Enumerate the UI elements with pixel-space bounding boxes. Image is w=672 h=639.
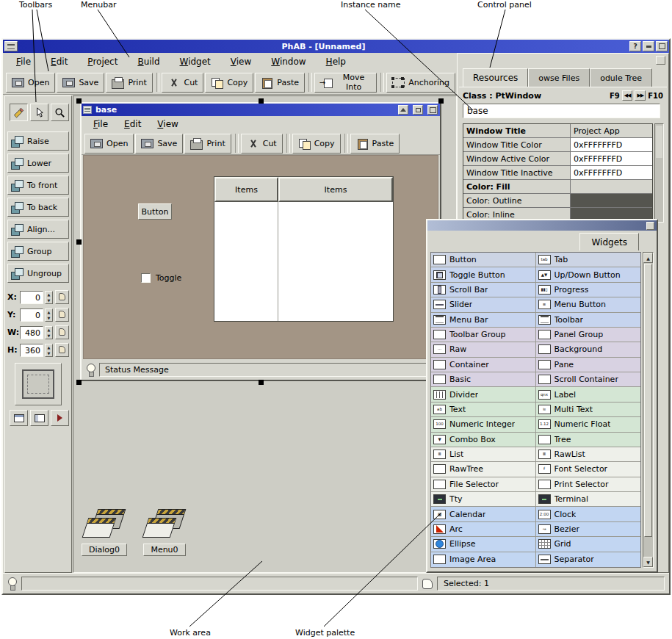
h-lock-button[interactable] [55, 343, 69, 357]
open-button[interactable]: Open [6, 73, 55, 93]
palette-titlebar[interactable] [427, 220, 657, 231]
menu-project[interactable]: Project [87, 57, 118, 67]
copy-button[interactable]: Copy [205, 73, 253, 93]
palette-item-background[interactable]: Background [536, 342, 641, 357]
scrollbar-thumb[interactable] [644, 264, 652, 537]
property-value[interactable] [571, 180, 652, 193]
list-body[interactable] [214, 202, 393, 321]
list-header-items-1[interactable]: Items [214, 177, 278, 202]
base-restore-button[interactable] [413, 105, 423, 115]
selection-handle[interactable] [438, 98, 444, 104]
group-button[interactable]: Group [7, 242, 69, 261]
module-menu0[interactable]: Menu0 [140, 508, 189, 556]
palette-item-multi-text[interactable]: ≋Multi Text [536, 402, 641, 417]
property-name[interactable]: Window Title [463, 124, 571, 137]
y-stepper[interactable]: ▲▼ [45, 308, 53, 322]
align-button[interactable]: Align... [7, 220, 69, 239]
zoom-mode-button[interactable] [51, 104, 69, 121]
selection-handle[interactable] [76, 98, 82, 104]
palette-scrollbar[interactable]: ▲ ▼ [643, 252, 654, 568]
palette-item-divider[interactable]: Divider [431, 387, 536, 402]
palette-item-numeric-float[interactable]: 1.12Numeric Float [536, 417, 641, 432]
h-stepper[interactable]: ▲▼ [45, 344, 53, 357]
help-button[interactable]: ? [629, 41, 641, 51]
cut-button[interactable]: Cut [241, 134, 283, 154]
palette-item-calendar[interactable]: ▦Calendar [431, 507, 536, 521]
selection-handle[interactable] [76, 239, 82, 245]
panel-collapse-button[interactable] [656, 56, 665, 65]
base-collapse-button[interactable] [398, 105, 408, 115]
designed-list-widget[interactable]: Items Items [214, 176, 394, 322]
palette-item-toggle-button[interactable]: Toggle Button [431, 267, 536, 282]
palette-item-font-selector[interactable]: fFont Selector [536, 462, 641, 477]
tab-resources[interactable]: Resources [463, 68, 528, 87]
palette-item-raw[interactable]: ⋯Raw [431, 342, 536, 357]
prev-widget-button[interactable]: ◀◀ [622, 90, 633, 101]
palette-item-scroll-container[interactable]: Scroll Container [536, 372, 641, 387]
property-value[interactable]: 0xFFFFFFFD [571, 166, 652, 179]
select-mode-button[interactable] [30, 104, 48, 121]
palette-item-toolbar-group[interactable]: Toolbar Group [431, 328, 536, 342]
work-area[interactable]: base FileEditView OpenSavePrintCutCopyPa… [73, 95, 457, 573]
palette-item-slider[interactable]: Slider [431, 297, 536, 312]
palette-item-rawlist[interactable]: ≣RawList [536, 447, 641, 462]
palette-item-button[interactable]: Button [431, 253, 536, 267]
property-name[interactable]: Color: Fill [463, 180, 571, 193]
palette-item-menu-button[interactable]: ≡Menu Button [536, 297, 641, 312]
lower-button[interactable]: Lower [7, 154, 69, 173]
palette-item-toolbar[interactable]: Toolbar [536, 313, 641, 328]
scrollbar-thumb[interactable] [656, 126, 662, 158]
checkbox-icon[interactable] [141, 273, 151, 283]
base-module-window[interactable]: base FileEditView OpenSavePrintCutCopyPa… [80, 102, 441, 381]
menu-window[interactable]: Window [271, 57, 306, 67]
tab-odule-tree[interactable]: odule Tree [590, 68, 652, 87]
base-window-menu-icon[interactable] [83, 106, 92, 114]
menu-file[interactable]: File [93, 119, 108, 129]
menu-build[interactable]: Build [137, 57, 159, 67]
palette-item-tree[interactable]: Tree [536, 433, 641, 447]
palette-item-bezier[interactable]: ↝Bezier [536, 522, 641, 537]
palette-item-rawtree[interactable]: RawTree [431, 462, 536, 477]
palette-item-numeric-integer[interactable]: 100Numeric Integer [431, 417, 536, 432]
palette-item-up-down-button[interactable]: ▲▼Up/Down Button [536, 267, 641, 282]
w-input[interactable]: 480 [20, 326, 43, 339]
selection-handle[interactable] [259, 98, 264, 104]
x-input[interactable]: 0 [20, 291, 43, 304]
palette-item-combo-box[interactable]: ▼Combo Box [431, 433, 536, 447]
palette-item-pane[interactable]: Pane [536, 358, 641, 372]
base-titlebar[interactable]: base [82, 104, 440, 116]
palette-item-container[interactable]: Container [431, 358, 536, 372]
move-into-button[interactable]: Move Into [314, 73, 377, 93]
palette-item-terminal[interactable]: Terminal [536, 492, 641, 507]
ungroup-button[interactable]: Ungroup [7, 264, 69, 283]
save-button[interactable]: Save [135, 134, 183, 154]
palette-item-grid[interactable]: Grid [536, 537, 641, 552]
raise-button[interactable]: Raise [7, 131, 69, 151]
menu-edit[interactable]: Edit [124, 119, 141, 129]
run-button[interactable] [51, 410, 69, 426]
selection-handle[interactable] [76, 380, 82, 385]
save-button[interactable]: Save [57, 73, 104, 93]
split-view-button[interactable] [30, 410, 48, 426]
list-column-1[interactable] [214, 202, 278, 321]
property-name[interactable]: Window Title Color [463, 138, 571, 151]
menu-help[interactable]: Help [326, 57, 346, 67]
scroll-up-button[interactable]: ▲ [643, 253, 653, 263]
edit-mode-button[interactable] [10, 104, 28, 121]
palette-item-arc[interactable]: Arc [431, 522, 536, 537]
w-lock-button[interactable] [55, 325, 69, 339]
palette-item-panel-group[interactable]: Panel Group [536, 328, 641, 342]
palette-item-list[interactable]: ≣List [431, 447, 536, 462]
x-stepper[interactable]: ▲▼ [45, 291, 53, 304]
y-lock-button[interactable] [55, 308, 69, 322]
module-dialog0[interactable]: Dialog0 [80, 508, 129, 556]
palette-close-button[interactable] [646, 222, 654, 230]
menu-view[interactable]: View [157, 119, 178, 129]
menu-widget[interactable]: Widget [180, 57, 211, 67]
palette-item-basic[interactable]: Basic [431, 372, 536, 387]
palette-item-print-selector[interactable]: Print Selector [536, 477, 641, 492]
open-button[interactable]: Open [84, 134, 134, 154]
to-front-button[interactable]: To front [7, 176, 69, 195]
menu-view[interactable]: View [231, 57, 251, 67]
property-value[interactable]: Project App [571, 124, 652, 137]
